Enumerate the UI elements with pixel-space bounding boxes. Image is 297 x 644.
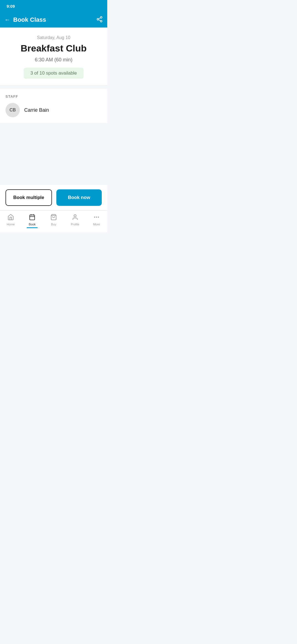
nav-item-book[interactable]: Book xyxy=(21,213,43,226)
share-button[interactable] xyxy=(96,16,103,24)
staff-item: CB Carrie Bain xyxy=(6,103,102,117)
home-icon xyxy=(7,214,14,222)
svg-line-3 xyxy=(99,20,101,21)
back-button[interactable]: ← Book Class xyxy=(4,16,46,23)
class-date: Saturday, Aug 10 xyxy=(6,35,102,40)
staff-name: Carrie Bain xyxy=(24,107,49,113)
bottom-nav: Home Book Buy xyxy=(0,210,107,232)
nav-more-label: More xyxy=(93,223,100,226)
svg-line-4 xyxy=(99,18,101,19)
nav-bar: ← Book Class xyxy=(0,12,107,28)
spots-badge: 3 of 10 spots available xyxy=(24,68,83,79)
book-multiple-button[interactable]: Book multiple xyxy=(6,189,52,206)
staff-section: STAFF CB Carrie Bain xyxy=(0,89,107,123)
svg-point-11 xyxy=(94,217,95,217)
nav-item-buy[interactable]: Buy xyxy=(43,213,64,226)
nav-home-label: Home xyxy=(7,223,15,226)
svg-point-13 xyxy=(98,217,99,217)
nav-buy-label: Buy xyxy=(51,223,56,226)
book-icon xyxy=(29,214,35,222)
nav-item-profile[interactable]: Profile xyxy=(64,213,86,226)
svg-point-12 xyxy=(96,217,97,217)
nav-item-home[interactable]: Home xyxy=(0,213,21,226)
svg-point-10 xyxy=(74,215,76,217)
back-icon: ← xyxy=(4,16,10,23)
svg-rect-5 xyxy=(30,215,35,220)
class-name: Breakfast Club xyxy=(6,43,102,54)
class-time: 6:30 AM (60 min) xyxy=(6,57,102,63)
nav-item-more[interactable]: More xyxy=(86,213,107,226)
more-icon xyxy=(93,214,100,222)
nav-profile-label: Profile xyxy=(71,223,79,226)
profile-icon xyxy=(72,214,78,222)
nav-title: Book Class xyxy=(13,16,46,23)
bottom-actions: Book multiple Book now xyxy=(0,185,107,210)
staff-label: STAFF xyxy=(6,94,102,99)
status-time: 9:09 xyxy=(7,4,15,9)
buy-icon xyxy=(50,214,57,222)
book-now-button[interactable]: Book now xyxy=(56,189,102,206)
share-icon xyxy=(96,16,103,23)
staff-avatar: CB xyxy=(6,103,20,117)
nav-book-label: Book xyxy=(29,223,35,226)
class-details: Saturday, Aug 10 Breakfast Club 6:30 AM … xyxy=(0,28,107,86)
status-bar: 9:09 xyxy=(0,0,107,12)
